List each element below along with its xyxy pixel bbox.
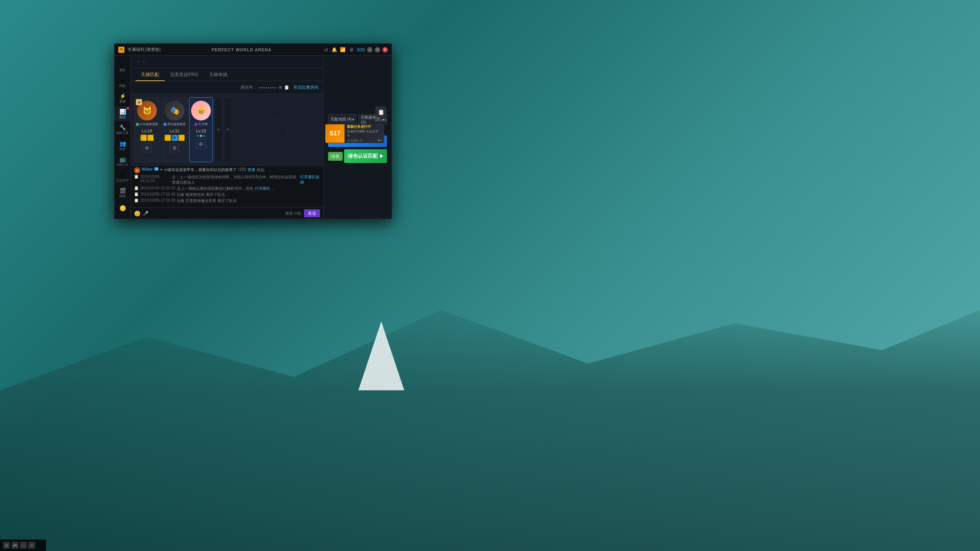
sidebar-item-tools[interactable]: 🔧 创作工具: [114, 122, 131, 137]
title-bar-text: 专属福利 [请查收]: [127, 47, 160, 52]
sidebar-item-data[interactable]: 📊 数据: [114, 106, 131, 121]
sidebar-item-replay[interactable]: 🎬 回放: [114, 185, 131, 200]
sidebar-item-coin[interactable]: 🪙: [114, 201, 131, 216]
taskbar-app-icon[interactable]: 🎮: [11, 542, 18, 549]
controls-bar: 房间号： •••••••• 👁 📋 开启比赛房间: [131, 81, 323, 94]
player-avatar-2: 🎭: [165, 101, 185, 121]
back-arrow[interactable]: ‹: [136, 59, 140, 65]
maximize-button[interactable]: □: [375, 47, 380, 52]
chat-input[interactable]: [151, 211, 283, 216]
copy-icon[interactable]: 📋: [284, 85, 289, 90]
player-level-3: Lv.18: [196, 129, 206, 133]
sidebar-events-label: 赛事: [119, 100, 126, 103]
flash-icon: ⚡: [119, 93, 126, 99]
system-text-2: 总上一场标比赛的高阶数据已解析完毕，您先: [177, 186, 253, 191]
banner-subtitle: 完成后可领取·大会员月卡: [347, 129, 381, 138]
sidebar-custom-label: 正义大厅: [116, 179, 129, 182]
banner-content: 国服任务进行中 完成后可领取·大会员月卡 10月战斗力: [345, 124, 384, 143]
open-room-link[interactable]: 开启比赛房间: [293, 85, 318, 90]
player-slot-5[interactable]: +: [224, 97, 230, 162]
sidebar-item-home[interactable]: ⌂ 首页: [114, 59, 131, 74]
center-panel: ‹ › 天梯匹配 完美竞技PRO 天梯单挑 房间号： •••••••• 👁 📋 …: [131, 56, 323, 219]
banner-season: S17: [325, 124, 345, 143]
tab-solo[interactable]: 天梯单挑: [204, 69, 233, 81]
chat-collapse[interactable]: 收起: [257, 167, 265, 173]
faction-dot-2: [163, 123, 167, 126]
title-bar-center: PERFECT WORLD ARENA: [212, 47, 272, 52]
chat-counter: (1/5): [238, 167, 246, 171]
sidebar-home-label: 首页: [119, 69, 126, 72]
chat-message-text: 小破车还是装甲车，就看你你以后的效果了: [164, 167, 237, 173]
counter-badge: 3/20: [357, 47, 365, 52]
settings-icon-1: ⊕: [145, 145, 149, 151]
nav-icon: ⇄: [323, 47, 329, 53]
coin-icon: 🪙: [119, 205, 126, 212]
sidebar-item-social[interactable]: 👥 社交: [114, 138, 131, 153]
banner-ad[interactable]: S17 国服任务进行中 完成后可领取·大会员月卡 10月战斗力: [325, 124, 384, 143]
mountain-background: [0, 283, 980, 551]
system-time-4: 2024/10/09-17:04:38: [140, 198, 175, 202]
sidebar-item-events[interactable]: ⚡ 赛事: [114, 90, 131, 105]
chat-avatar: W: [134, 167, 140, 173]
system-msg-4: 📋 2024/10/09-17:04:38 玩家 巴普斯神遍全世界 离开了队伍: [134, 198, 320, 204]
faction-name-2: 黑先森森森森: [167, 122, 186, 126]
badge-2-1: 🏆: [165, 135, 171, 141]
player-badges-1: 🏆 🏆: [140, 135, 154, 141]
eye-icon[interactable]: 👁: [278, 85, 283, 90]
banner-label: 10月战斗力: [347, 139, 381, 143]
add-icon-4: +: [216, 126, 220, 134]
map-dropdown[interactable]: 匹配地图 (4) ▾: [328, 114, 357, 125]
sidebar-item-shield[interactable]: ◈ 匹配: [114, 75, 131, 90]
chat-message-user: W W0ker A ● 小破车还是装甲车，就看你你以后的效果了 (1/5) 查看…: [134, 167, 320, 173]
green-match-button[interactable]: 绿色认证匹配: [344, 149, 387, 163]
player-slot-1[interactable]: ★ 🐱 白先森森森森 Lv.19 🏆 🏆: [134, 97, 160, 162]
bell-icon[interactable]: 🔔: [332, 47, 338, 53]
system-icon-2: 📋: [134, 186, 139, 190]
player-action-1[interactable]: ⊕: [142, 143, 152, 152]
send-button[interactable]: 发送: [304, 209, 320, 217]
green-match-row: 绿色 绿色认证匹配: [328, 149, 387, 163]
tools-icon: 🔧: [119, 124, 126, 131]
nav-arrows: ‹ ›: [136, 59, 146, 65]
system-msg-2: 📋 2024/10/09-16:31:52 总上一场标比赛的高阶数据已解析完毕，…: [134, 186, 320, 191]
player-badges-3: [197, 135, 205, 137]
play-arrow-icon: [380, 154, 383, 158]
player-slot-4[interactable]: +: [214, 97, 222, 162]
minimize-button[interactable]: –: [367, 47, 372, 52]
system-link-1[interactable]: 打开赛区选择: [300, 174, 320, 185]
sidebar-item-tv[interactable]: 📺 PRO TV: [114, 153, 131, 168]
emoji-icon[interactable]: 😊: [134, 210, 140, 217]
taskbar-windows-icon[interactable]: ⊞: [3, 542, 10, 549]
password-label: 房间号：: [240, 85, 257, 90]
slot-indicator-1: ★: [136, 99, 142, 105]
chat-faction-icon: ●: [160, 167, 162, 171]
system-link-2[interactable]: 打开赛区...: [255, 186, 273, 191]
tab-pro[interactable]: 完美竞技PRO: [165, 69, 204, 81]
system-text-4: 玩家 巴普斯神遍全世界 离开了队伍: [177, 198, 237, 204]
player-slot-2[interactable]: 🎭 黑先森森森森 Lv.31 🏆 ★ 🏆 ⊕: [162, 97, 188, 162]
voice-label: 语音·小队: [285, 211, 302, 216]
match-controls: 📋 我的背景 匹配地图 (4) ▾ 匹配服务器 (3) ▾: [327, 59, 389, 187]
player-action-3[interactable]: ⊕: [196, 139, 206, 148]
taskbar-close-icon[interactable]: ✕: [28, 542, 35, 549]
system-time-3: 2024/10/09-17:01:46: [140, 192, 175, 196]
title-bar: 🎮 专属福利 [请查收] PERFECT WORLD ARENA ⇄ 🔔 📶 🖥…: [114, 44, 392, 56]
close-button[interactable]: ✕: [382, 47, 388, 52]
my-equipment[interactable]: 📋 我的背景: [375, 107, 387, 122]
sidebar-shield-label: 匹配: [119, 85, 126, 88]
forward-arrow[interactable]: ›: [142, 59, 146, 65]
taskbar-minimize-icon[interactable]: –: [20, 542, 27, 549]
sidebar-data-label: 数据: [119, 116, 126, 119]
player-action-2[interactable]: ⊕: [170, 143, 179, 152]
player-slot-3[interactable]: 😸 方方棚 Lv.18 ⊕: [189, 97, 213, 162]
sidebar-item-custom[interactable]: ⚙ 正义大厅: [114, 169, 131, 184]
chat-view-link[interactable]: 查看: [248, 167, 255, 173]
system-text-1: 注：上一场优先为您安排绿色对阵，当前心等待3-5分钟，时间过长会安排普通玩家加入: [172, 174, 299, 185]
avatar-circle-3: 😸: [191, 101, 211, 121]
taskbar: ⊞ 🎮 – ✕: [0, 540, 46, 551]
settings-icon-3: ⊕: [199, 141, 203, 147]
monitor-icon: 🖥: [348, 47, 354, 53]
app-icon: 🎮: [118, 47, 124, 53]
tab-ladder-match[interactable]: 天梯匹配: [136, 69, 165, 81]
system-time-1: 2024/10/09-16:31:53: [140, 174, 170, 183]
